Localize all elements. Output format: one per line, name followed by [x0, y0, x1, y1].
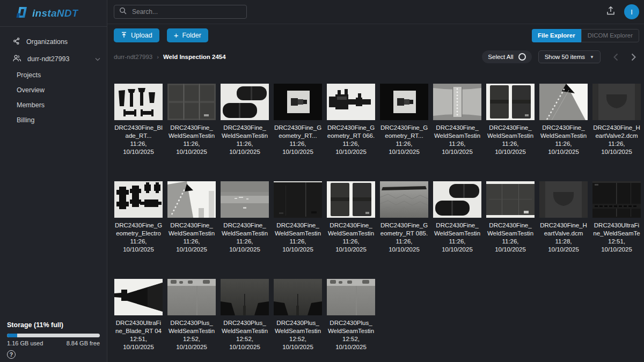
search-input[interactable]	[131, 8, 241, 16]
file-thumbnail[interactable]	[274, 279, 322, 315]
sidebar-subnav: ProjectsOverviewMembersBilling	[0, 68, 107, 128]
file-thumbnail[interactable]	[433, 181, 481, 218]
show-items-dropdown[interactable]: Show 50 items ▼	[538, 50, 601, 63]
file-card[interactable]: DRC2430UltraFine_Blade_RT 047.dcm12:51, …	[114, 279, 163, 351]
file-name: DRC2430Fine_WeldSeamTesting_Por...	[221, 221, 269, 238]
file-card[interactable]: DRC2430Fine_WeldSeamTesting_Por...11:26,…	[221, 181, 269, 254]
file-thumbnail[interactable]	[592, 84, 641, 120]
file-thumbnail[interactable]	[221, 181, 269, 218]
file-name: DRC2430Fine_WeldSeamTesting_RT...	[327, 221, 375, 238]
file-thumbnail[interactable]	[114, 84, 163, 120]
sidebar-item-organization[interactable]: durr-ndt27993	[0, 50, 107, 68]
file-thumbnail[interactable]	[539, 84, 588, 120]
file-name: DRC2430Fine_Geometry_RT...	[274, 124, 322, 140]
sidebar: instaNDT Organizations	[0, 0, 107, 362]
file-thumbnail[interactable]	[592, 181, 641, 218]
file-name: DRC2430Fine_WeldSeamTesting_RT...	[167, 124, 216, 140]
file-card[interactable]: DRC2430Fine_WeldSeamTesting_RT...11:26, …	[486, 84, 535, 156]
new-folder-button[interactable]: + Folder	[167, 28, 208, 42]
file-timestamp: 12:52, 10/10/2025	[167, 335, 216, 351]
prev-page-button[interactable]	[613, 53, 618, 61]
file-grid-row: DRC2430UltraFine_Blade_RT 047.dcm12:51, …	[114, 279, 644, 351]
file-timestamp: 11:26, 10/10/2025	[380, 140, 428, 156]
file-card[interactable]: DRC2430Fine_WeldSeamTesting_180...11:26,…	[433, 84, 481, 156]
chevron-down-icon[interactable]	[95, 55, 100, 63]
file-thumbnail[interactable]	[327, 181, 375, 218]
storage-free: 8.84 GB free	[67, 340, 100, 346]
file-timestamp: 11:26, 10/10/2025	[167, 238, 216, 254]
help-icon[interactable]: ?	[7, 350, 16, 359]
file-thumbnail[interactable]	[274, 181, 322, 218]
file-card[interactable]: DRC2430Plus_WeldSeamTesting_Inc...12:52,…	[167, 279, 216, 351]
file-thumbnail[interactable]	[114, 279, 163, 315]
file-thumbnail[interactable]	[539, 181, 588, 218]
file-card[interactable]: DRC2430Plus_WeldSeamTesting_Inc...12:52,…	[274, 279, 322, 351]
file-name: DRC2430Fine_Geometry_Electronic...	[114, 221, 163, 238]
file-thumbnail[interactable]	[486, 181, 535, 218]
file-card[interactable]: DRC2430Fine_Geometry_Electronic...11:26,…	[114, 181, 163, 254]
file-thumbnail[interactable]	[327, 84, 375, 120]
file-thumbnail[interactable]	[167, 181, 216, 218]
search-box[interactable]	[114, 5, 247, 19]
main-content: I Upload + Folder File Explorer DICOM Ex…	[107, 0, 644, 362]
select-all-button[interactable]: Select All	[482, 50, 531, 63]
tab-dicom-explorer[interactable]: DICOM Explorer	[581, 29, 639, 42]
file-grid-row: DRC2430Fine_Geometry_Electronic...11:26,…	[114, 181, 644, 254]
file-timestamp: 11:26, 10/10/2025	[167, 140, 216, 156]
export-icon[interactable]	[606, 6, 616, 18]
select-all-radio-icon[interactable]	[518, 53, 526, 61]
file-timestamp: 12:52, 10/10/2025	[274, 335, 322, 351]
organizations-icon	[12, 37, 20, 47]
file-card[interactable]: DRC2430Plus_WeldSeamTesting_Inc...12:52,…	[221, 279, 269, 351]
file-thumbnail[interactable]	[221, 84, 269, 120]
file-card[interactable]: DRC2430Fine_Geometry_RT 066.dcm11:26, 10…	[327, 84, 375, 156]
file-card[interactable]: DRC2430Fine_WeldSeamTesting_RT...11:26, …	[486, 181, 535, 254]
file-timestamp: 11:26, 10/10/2025	[539, 140, 588, 156]
file-card[interactable]: DRC2430Fine_WeldSeamTesting_RT...11:26, …	[221, 84, 269, 156]
file-thumbnail[interactable]	[486, 84, 535, 120]
file-thumbnail[interactable]	[167, 279, 216, 315]
file-timestamp: 11:26, 10/10/2025	[327, 140, 375, 156]
file-card[interactable]: DRC2430Fine_WeldSeamTesting_RT...11:26, …	[433, 181, 481, 254]
file-card[interactable]: DRC2430UltraFine_WeldSeamTestin...12:51,…	[592, 181, 641, 254]
sidebar-item-organizations[interactable]: Organizations	[0, 33, 107, 50]
file-card[interactable]: DRC2430Plus_WeldSeamTesting_Inc...12:52,…	[327, 279, 375, 351]
file-card[interactable]: DRC2430Fine_Blade_RT...11:26, 10/10/2025	[114, 84, 163, 156]
breadcrumb-parent[interactable]: durr-ndt27993	[114, 54, 152, 60]
toolbar: Upload + Folder File Explorer DICOM Expl…	[107, 24, 644, 46]
file-card[interactable]: DRC2430Fine_HeartValve2.dcm11:26, 10/10/…	[592, 84, 641, 156]
file-thumbnail[interactable]	[114, 181, 163, 218]
next-page-button[interactable]	[631, 53, 636, 61]
file-name: DRC2430Fine_WeldSeamTesting_0-1...	[167, 221, 216, 238]
sidebar-nav: Organizations durr-ndt27993 Proje	[0, 27, 107, 128]
app-logo[interactable]: instaNDT	[0, 0, 107, 26]
file-thumbnail[interactable]	[274, 84, 322, 120]
file-card[interactable]: DRC2430Fine_Geometry_RT...11:26, 10/10/2…	[380, 84, 428, 156]
sidebar-item-members[interactable]: Members	[0, 98, 107, 113]
file-card[interactable]: DRC2430Fine_WeldSeamTesting_RT...11:26, …	[327, 181, 375, 254]
file-card[interactable]: DRC2430Fine_WeldSeamTesting_RT...11:26, …	[274, 181, 322, 254]
file-card[interactable]: DRC2430Fine_WeldSeamTesting_0-1...11:26,…	[167, 181, 216, 254]
avatar[interactable]: I	[624, 4, 639, 19]
file-thumbnail[interactable]	[167, 84, 216, 120]
file-card[interactable]: DRC2430Fine_Geometry_RT...11:26, 10/10/2…	[274, 84, 322, 156]
file-thumbnail[interactable]	[433, 84, 481, 120]
upload-button[interactable]: Upload	[114, 28, 159, 42]
file-name: DRC2430Plus_WeldSeamTesting_Inc...	[327, 319, 375, 335]
sidebar-item-projects[interactable]: Projects	[0, 68, 107, 83]
file-thumbnail[interactable]	[380, 84, 428, 120]
file-card[interactable]: DRC2430Fine_Geometry_RT 085.dcm11:26, 10…	[380, 181, 428, 254]
file-timestamp: 11:26, 10/10/2025	[433, 238, 481, 254]
file-timestamp: 12:51, 10/10/2025	[592, 238, 641, 254]
file-name: DRC2430Fine_WeldSeamTesting_RT...	[486, 124, 535, 140]
sidebar-item-overview[interactable]: Overview	[0, 83, 107, 98]
file-card[interactable]: DRC2430Fine_WeldSeamTesting_RT...11:26, …	[167, 84, 216, 156]
tab-file-explorer[interactable]: File Explorer	[532, 29, 581, 42]
file-card[interactable]: DRC2430Fine_WeldSeamTesting_350...11:26,…	[539, 84, 588, 156]
sidebar-item-billing[interactable]: Billing	[0, 113, 107, 128]
file-thumbnail[interactable]	[327, 279, 375, 315]
file-thumbnail[interactable]	[221, 279, 269, 315]
file-card[interactable]: DRC2430Fine_HeartValve.dcm11:28, 10/10/2…	[539, 181, 588, 254]
file-timestamp: 11:26, 10/10/2025	[274, 140, 322, 156]
file-thumbnail[interactable]	[380, 181, 428, 218]
